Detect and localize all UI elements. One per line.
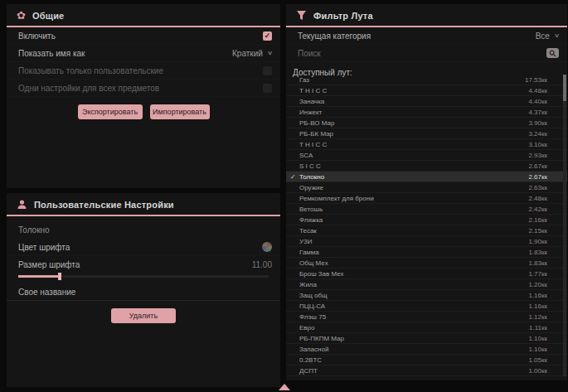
color-picker-icon[interactable]	[262, 242, 272, 252]
loot-item-row[interactable]: Фляжка2.16кк	[286, 215, 567, 225]
loot-item-row[interactable]: Заначка4.40кк	[286, 96, 567, 107]
search-row	[286, 45, 567, 62]
slider-track[interactable]	[18, 275, 269, 278]
loot-item-value: 2.67кк	[528, 173, 547, 181]
loot-item-row[interactable]: Ветошь2.42кк	[286, 204, 567, 215]
loot-item-row[interactable]: УЗИ1.90кк	[286, 236, 567, 247]
selected-item-name: Толокно	[7, 216, 280, 239]
slider-handle[interactable]	[58, 273, 61, 280]
loot-item-row[interactable]: SCA2.93кк	[286, 150, 567, 161]
loot-item-row[interactable]: Тесак2.15кк	[286, 225, 567, 236]
loot-item-row[interactable]: Жила1.20кк	[286, 279, 567, 290]
loot-item-row[interactable]: Гамма1.83кк	[286, 247, 567, 258]
loot-item-row[interactable]: Оружие2.63кк	[286, 182, 567, 193]
loot-item-name: T H I C C	[299, 141, 327, 148]
font-size-value: 11.00	[252, 260, 272, 269]
loot-item-value: 1.77кк	[528, 270, 547, 278]
same-settings-label: Одни настройки для всех предметов	[18, 84, 159, 93]
general-buttons-row: Экспортировать Импортировать	[7, 97, 280, 126]
loot-item-name: Евро	[299, 324, 314, 332]
search-input[interactable]	[298, 49, 522, 58]
loot-item-row[interactable]: Запасной1.10кк	[286, 344, 567, 355]
loot-item-value: 1.11кк	[529, 324, 547, 332]
scrollbar-thumb[interactable]	[563, 75, 566, 101]
loot-item-value: 1.00кк	[528, 367, 547, 375]
loot-item-row[interactable]: Брош Зав Мех1.77кк	[286, 269, 567, 279]
loot-item-row[interactable]: ✓Толокно2.67кк	[286, 172, 567, 182]
loot-item-name: Гамма	[299, 249, 319, 256]
loot-item-name: SCA	[299, 152, 313, 159]
general-panel: ✿ Общие Включить ✓ Показать имя как Крат…	[7, 4, 280, 188]
loot-item-value: 1.83кк	[528, 249, 547, 256]
loot-item-name: РБ-БК Мар	[299, 130, 333, 138]
loot-item-name: ПЦЦ-СА	[299, 302, 325, 310]
loot-list-scrollbar[interactable]	[563, 75, 566, 376]
category-label: Текущая категория	[298, 31, 371, 41]
loot-item-name: Жила	[299, 281, 317, 288]
loot-item-value: 2.67кк	[528, 162, 547, 170]
loot-item-name: Запасной	[299, 346, 328, 353]
overlay-root: ✿ Общие Включить ✓ Показать имя как Крат…	[0, 0, 568, 392]
custom-name-input[interactable]: Свое название	[7, 283, 280, 301]
loot-item-value: 17.53кк	[525, 76, 547, 84]
export-button[interactable]: Экспортировать	[78, 104, 143, 119]
loot-item-value: 2.48кк	[528, 195, 547, 202]
funnel-icon	[296, 10, 307, 21]
loot-item-row[interactable]: Ремкомплект для брони2.48кк	[286, 193, 567, 204]
enable-checkbox[interactable]: ✓	[263, 31, 272, 41]
loot-item-row[interactable]: Газ17.53кк	[286, 75, 567, 85]
loot-filter-header: Фильтр Лута	[286, 4, 567, 26]
loot-item-value: 1.12кк	[528, 313, 547, 321]
loot-item-row[interactable]: Защ общ1.16кк	[286, 290, 567, 301]
name-display-row: Показать имя как Краткий ∨	[7, 45, 280, 62]
loot-item-row[interactable]: Инжект4.37кк	[286, 107, 567, 118]
slider-fill	[18, 275, 58, 278]
font-color-label: Цвет шрифта	[18, 243, 70, 252]
user-settings-icon	[17, 199, 27, 210]
loot-item-row[interactable]: Общ Мех1.83кк	[286, 258, 567, 269]
category-row: Текущая категория Все ∨	[286, 27, 567, 45]
custom-settings-header: Пользовательские Настройки	[7, 193, 280, 215]
loot-item-name: 0.2BTC	[299, 356, 322, 364]
loot-item-row[interactable]: ПЦЦ-СА1.16кк	[286, 301, 567, 312]
loot-item-value: 1.90кк	[528, 238, 547, 245]
same-settings-row: Одни настройки для всех предметов	[7, 80, 280, 97]
loot-item-row[interactable]: T H I C C3.10кк	[286, 139, 567, 150]
search-icon[interactable]	[546, 48, 559, 58]
loot-item-row[interactable]: РБ-БК Мар3.24кк	[286, 128, 567, 139]
name-display-dropdown[interactable]: Краткий ∨	[232, 49, 272, 58]
custom-name-label: Свое название	[18, 288, 75, 297]
general-panel-title: Общие	[32, 11, 65, 21]
delete-button[interactable]: Удалить	[111, 308, 176, 323]
loot-item-name: Брош Зав Мех	[299, 270, 344, 278]
loot-filter-title: Фильтр Лута	[313, 11, 373, 21]
loot-item-value: 2.42кк	[528, 206, 547, 213]
loot-item-value: 2.16кк	[528, 216, 547, 224]
loot-item-name: T H I C C	[299, 87, 327, 94]
loot-item-row[interactable]: T H I C C4.48кк	[286, 85, 567, 96]
loot-item-value: 2.15кк	[528, 227, 547, 235]
loot-item-value: 3.90кк	[528, 119, 547, 127]
category-dropdown[interactable]: Все ∨	[536, 31, 559, 41]
same-settings-checkbox[interactable]	[263, 84, 272, 93]
loot-item-row[interactable]: Евро1.11кк	[286, 322, 567, 333]
loot-item-row[interactable]: РБ-ПКПМ Мар1.10кк	[286, 333, 567, 344]
loot-item-name: Ремкомплект для брони	[299, 195, 374, 202]
loot-item-row[interactable]: S I C C2.67кк	[286, 161, 567, 172]
font-size-slider[interactable]	[7, 273, 280, 283]
loot-item-name: Защ общ	[299, 292, 328, 299]
chevron-down-icon: ∨	[267, 50, 273, 56]
import-button[interactable]: Импортировать	[150, 104, 210, 119]
loot-item-row[interactable]: Флэш 751.12кк	[286, 312, 567, 322]
custom-only-checkbox[interactable]	[263, 66, 272, 75]
loot-item-value: 3.10кк	[528, 141, 547, 148]
loot-item-row[interactable]: РБ-ВО Мар3.90кк	[286, 118, 567, 128]
loot-list: Газ17.53ккT H I C C4.48ккЗаначка4.40ккИн…	[286, 75, 567, 376]
loot-item-row[interactable]: 0.2BTC1.05кк	[286, 355, 567, 365]
delete-button-row: Удалить	[7, 301, 280, 330]
expand-arrow-icon[interactable]	[279, 384, 290, 390]
general-panel-header: ✿ Общие	[7, 4, 280, 26]
font-size-label: Размер шрифта	[18, 260, 80, 269]
loot-item-value: 3.24кк	[528, 130, 547, 138]
loot-item-row[interactable]: ДСПТ1.00кк	[286, 365, 567, 376]
